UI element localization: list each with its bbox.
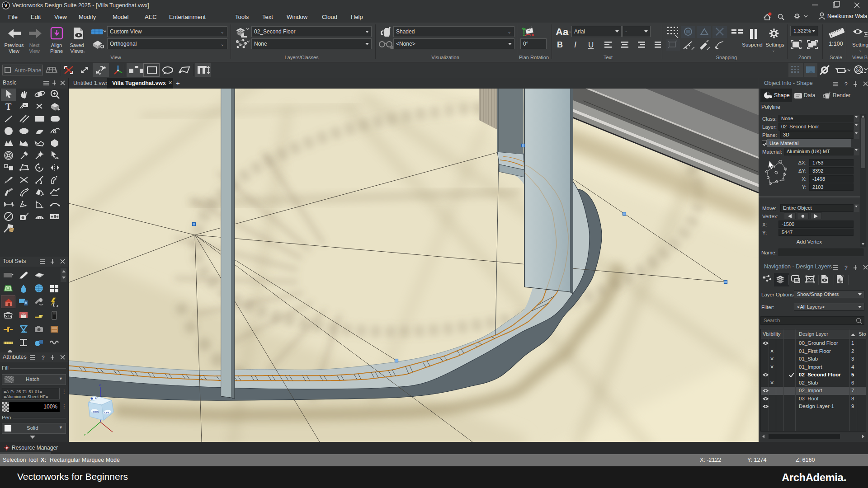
svg-text:Y: Y bbox=[84, 433, 86, 437]
svg-text:Left: Left bbox=[104, 411, 109, 414]
svg-text:?: ? bbox=[844, 81, 848, 88]
svg-text:z: z bbox=[99, 383, 101, 387]
svg-text:B: B bbox=[557, 40, 563, 49]
svg-text:V: V bbox=[857, 68, 860, 72]
svg-text:Neelkumar Wala: Neelkumar Wala bbox=[827, 13, 868, 19]
svg-text:U: U bbox=[588, 41, 594, 49]
svg-text:V: V bbox=[4, 3, 8, 8]
svg-text:I: I bbox=[574, 40, 576, 49]
svg-text:Y: Y bbox=[522, 27, 524, 30]
svg-text:?: ? bbox=[844, 265, 848, 271]
svg-text:T: T bbox=[5, 102, 12, 112]
svg-text:Vectorworks Design Suite 2025: Vectorworks Design Suite 2025 - [Villa T… bbox=[12, 2, 149, 9]
svg-text:?: ? bbox=[42, 355, 45, 361]
svg-text:Back: Back bbox=[93, 410, 99, 413]
